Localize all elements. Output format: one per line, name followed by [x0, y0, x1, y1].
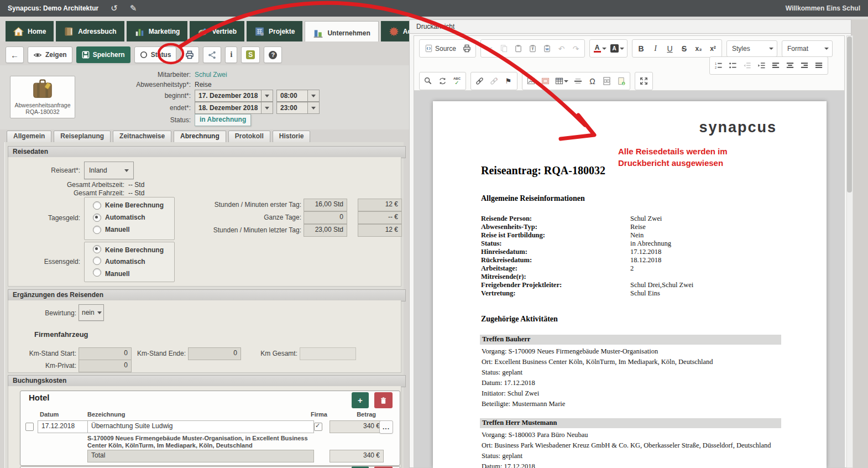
row-more-button[interactable]: ...: [379, 420, 393, 434]
record-card[interactable]: Abwesenheitsanfrage RQA-180032: [10, 76, 75, 118]
tab-abrechnung[interactable]: Abrechnung: [174, 131, 226, 143]
strikethrough-button[interactable]: S: [677, 42, 691, 55]
bewirtung-select[interactable]: nein: [79, 304, 104, 321]
row-select-checkbox[interactable]: [25, 423, 34, 431]
search-icon[interactable]: [421, 75, 435, 88]
nav-tab-marketing[interactable]: Marketing: [127, 21, 188, 41]
km-stand-ende-input[interactable]: 0: [188, 347, 241, 360]
reiseart-select[interactable]: Inland: [84, 162, 134, 179]
endet-date-select[interactable]: 18. Dezember 2018: [195, 102, 273, 114]
ganze-tage-input[interactable]: 0: [304, 211, 347, 224]
outdent-icon[interactable]: [740, 59, 754, 72]
nav-tab-unternehmen[interactable]: Unternehmen: [305, 21, 378, 44]
back-button[interactable]: ←: [6, 46, 24, 63]
underline-button[interactable]: U: [663, 42, 677, 55]
source-button[interactable]: Source: [421, 42, 459, 55]
status-button[interactable]: Status: [134, 46, 177, 63]
paste-word-icon[interactable]: W: [540, 42, 554, 55]
special-char-icon[interactable]: Ω: [585, 75, 599, 88]
chevron-down-icon[interactable]: [307, 102, 319, 113]
zeigen-button[interactable]: Zeigen: [28, 46, 72, 63]
cut-icon[interactable]: ✂: [483, 42, 496, 55]
help-button[interactable]: ?: [264, 46, 282, 63]
placeholder-image-icon[interactable]: [538, 75, 552, 88]
justify-icon[interactable]: [812, 59, 826, 72]
add-cost-button[interactable]: +: [352, 392, 369, 408]
italic-button[interactable]: I: [649, 42, 662, 55]
chevron-down-icon[interactable]: [307, 90, 319, 101]
row-bezeichnung-input[interactable]: Übernachtung Suite Ludwig: [87, 420, 314, 433]
speichern-button[interactable]: Speichern: [76, 46, 130, 63]
text-color-button[interactable]: A: [592, 42, 608, 55]
table-icon[interactable]: [553, 75, 571, 88]
letzter-tag-std-input[interactable]: 23,00 Std: [304, 224, 347, 237]
nav-tab-home[interactable]: Home: [6, 21, 54, 41]
tagesgeld-radio-automatisch[interactable]: [93, 214, 101, 222]
editor-print-button[interactable]: [460, 42, 474, 55]
tab-protokoll[interactable]: Protokoll: [228, 131, 270, 143]
erster-tag-eur-input[interactable]: 12 €: [358, 199, 402, 211]
beginnt-time-select[interactable]: 08:00: [276, 90, 320, 102]
nav-tab-projekte[interactable]: Projekte: [247, 21, 302, 41]
tagesgeld-radio-keine[interactable]: [93, 201, 101, 210]
align-center-icon[interactable]: [783, 59, 797, 72]
print-button[interactable]: [180, 46, 199, 63]
align-right-icon[interactable]: [798, 59, 812, 72]
paste-text-icon[interactable]: T: [526, 42, 540, 55]
unlink-icon[interactable]: [487, 75, 501, 88]
template-note-icon[interactable]: 9: [614, 75, 628, 88]
bg-color-button[interactable]: A: [609, 42, 625, 55]
essensgeld-radio-automatisch[interactable]: [93, 257, 101, 265]
redo-icon[interactable]: ↷: [569, 42, 583, 55]
replace-icon[interactable]: [436, 75, 449, 88]
horizontal-rule-icon[interactable]: [571, 75, 585, 88]
history-icon[interactable]: ↺: [111, 3, 118, 13]
essensgeld-radio-manuell[interactable]: [93, 268, 101, 277]
row-firma-checkbox[interactable]: [314, 423, 322, 431]
mitarbeiter-value[interactable]: Schul Zwei: [195, 71, 227, 79]
indent-icon[interactable]: [755, 59, 768, 72]
tagesgeld-radio-manuell[interactable]: [93, 226, 101, 234]
tab-historie[interactable]: Historie: [273, 131, 311, 143]
preview-scrollbar-thumb[interactable]: [847, 37, 852, 193]
nav-tab-adressbuch[interactable]: Adressbuch: [56, 21, 124, 41]
maximize-icon[interactable]: [637, 75, 651, 88]
delete-cost-button[interactable]: [374, 392, 393, 408]
link-icon[interactable]: [473, 75, 487, 88]
styles-dropdown[interactable]: Styles: [726, 40, 777, 57]
synapcus-app-button[interactable]: S: [241, 46, 260, 63]
superscript-button[interactable]: x²: [706, 42, 720, 55]
format-dropdown[interactable]: Format: [782, 40, 833, 57]
erster-tag-std-input[interactable]: 16,00 Std: [304, 199, 347, 211]
numbered-list-icon[interactable]: 12: [712, 59, 725, 72]
essensgeld-radio-keine[interactable]: [93, 245, 101, 253]
undo-icon[interactable]: ↶: [555, 42, 568, 55]
tab-allgemein[interactable]: Allgemein: [7, 131, 51, 143]
bullet-list-icon[interactable]: [726, 59, 740, 72]
tab-reiseplanung[interactable]: Reiseplanung: [54, 131, 111, 143]
beginnt-date-select[interactable]: 17. Dezember 2018: [195, 90, 273, 102]
anchor-flag-icon[interactable]: ⚑: [501, 75, 515, 88]
page-break-icon[interactable]: [600, 75, 614, 88]
km-privat-input[interactable]: 0: [79, 360, 132, 372]
image-icon[interactable]: [524, 75, 538, 88]
bold-button[interactable]: B: [634, 42, 648, 55]
subscript-button[interactable]: x₂: [692, 42, 705, 55]
tab-zeitnachweise[interactable]: Zeitnachweise: [113, 131, 171, 143]
info-button[interactable]: i: [225, 46, 237, 63]
copy-icon[interactable]: [497, 42, 511, 55]
paste-icon[interactable]: [511, 42, 525, 55]
letzter-tag-eur-input[interactable]: 12 €: [358, 224, 402, 237]
spellcheck-icon[interactable]: ABC✓: [450, 75, 464, 88]
chevron-down-icon[interactable]: [261, 90, 273, 101]
chevron-down-icon[interactable]: [261, 102, 273, 113]
endet-time-select[interactable]: 23:00: [276, 102, 320, 114]
row-betrag-input[interactable]: 340 €: [330, 420, 384, 433]
km-stand-start-input[interactable]: 0: [79, 347, 132, 360]
nav-tab-vertrieb[interactable]: Vertrieb: [190, 21, 244, 41]
share-button[interactable]: [203, 46, 221, 63]
edit-icon[interactable]: ✎: [130, 3, 137, 13]
row-datum-input[interactable]: 17.12.2018: [38, 420, 92, 433]
ganze-tage-eur-input[interactable]: -- €: [358, 211, 402, 224]
align-left-icon[interactable]: [769, 59, 783, 72]
